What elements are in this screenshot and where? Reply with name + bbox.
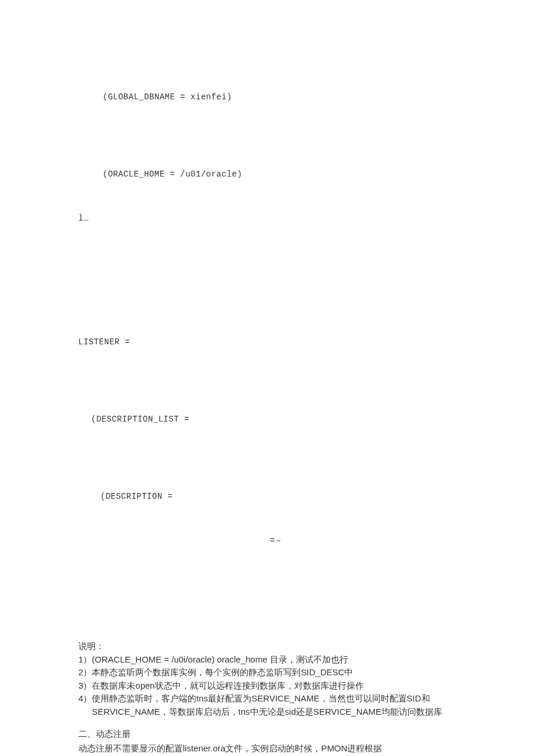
list-body: (ORACLE_HOME = /u0i/oracle) oracle_home … (92, 653, 456, 667)
list-body: 使用静态监听时，客户端的tns最好配置为SERVICE_NAME，当然也可以同时… (92, 692, 456, 718)
section-2-paragraph: 动态注册不需要显示的配置listener.ora文件，实例启动的时候，PMON进… (78, 742, 456, 757)
section-2-title: 二、动态注册 (78, 728, 456, 741)
list-item-1: 1） (ORACLE_HOME = /u0i/oracle) oracle_ho… (78, 653, 456, 667)
list-item-4: 4） 使用静态监听时，客户端的tns最好配置为SERVICE_NAME，当然也可… (78, 692, 456, 718)
truncation-marker: l… (78, 213, 456, 225)
code-line: (GLOBAL_DBNAME = xienfei) (78, 91, 456, 103)
list-item-3: 3） 在数据库未open状态中，就可以远程连接到数据库，对数据库进行操作 (78, 679, 456, 693)
code-line: (DESCRIPTION = (78, 491, 456, 503)
list-item-2: 2） 本静态监听两个数据库实例，每个实例的静态监听写到SID_DESC中 (78, 666, 456, 679)
list-body: 本静态监听两个数据库实例，每个实例的静态监听写到SID_DESC中 (92, 666, 456, 679)
list-number: 1） (78, 653, 92, 667)
list-number: 3） (78, 679, 92, 693)
code-line: (ORACLE_HOME = /u01/oracle) (78, 168, 456, 181)
explanation-section: 说明： 1） (ORACLE_HOME = /u0i/oracle) oracl… (78, 640, 456, 718)
code-block-2: LISTENER = (DESCRIPTION_LIST = (DESCRIPT… (78, 312, 456, 515)
code-line: LISTENER = (78, 336, 456, 348)
list-number: 2） (78, 666, 92, 679)
explain-title: 说明： (78, 640, 456, 653)
code-block-1: (GLOBAL_DBNAME = xienfei) (ORACLE_HOME =… (78, 67, 456, 193)
code-line: (DESCRIPTION_LIST = (78, 413, 456, 426)
list-body: 在数据库未open状态中，就可以远程连接到数据库，对数据库进行操作 (92, 679, 456, 693)
stray-marks: =– (270, 535, 456, 547)
list-number: 4） (78, 692, 92, 718)
